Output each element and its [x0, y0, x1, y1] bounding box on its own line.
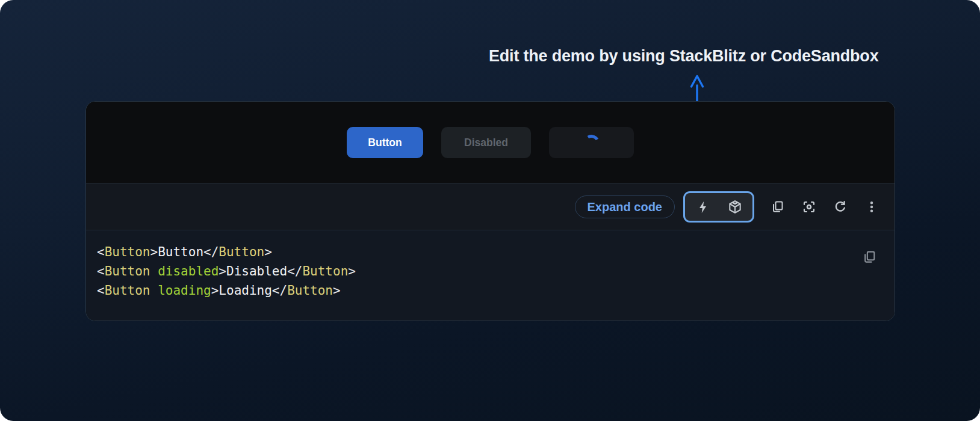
copy-code-icon[interactable] — [770, 199, 786, 215]
demo-panel: Button Disabled Expand code — [85, 101, 895, 321]
code-line: <Button disabled>Disabled</Button> — [97, 262, 895, 281]
demo-toolbar: Expand code — [86, 183, 895, 230]
standalone-scan-icon[interactable] — [801, 199, 817, 215]
loading-spinner-icon — [581, 133, 601, 153]
code-line: <Button>Button</Button> — [97, 242, 895, 262]
docs-dark-page: Edit the demo by using StackBlitz or Cod… — [0, 0, 980, 421]
annotation-text: Edit the demo by using StackBlitz or Cod… — [489, 47, 910, 66]
codesandbox-cube-icon[interactable] — [727, 199, 743, 215]
demo-primary-button[interactable]: Button — [347, 127, 423, 158]
code-block: <Button>Button</Button><Button disabled>… — [86, 230, 895, 321]
demo-preview-area: Button Disabled — [86, 102, 895, 183]
stackblitz-bolt-icon[interactable] — [695, 199, 710, 215]
code-lines: <Button>Button</Button><Button disabled>… — [97, 242, 895, 300]
editor-icon-group — [683, 191, 754, 223]
demo-disabled-button: Disabled — [441, 127, 531, 158]
code-line: <Button loading>Loading</Button> — [97, 281, 895, 300]
code-copy-icon[interactable] — [861, 249, 877, 265]
more-vertical-icon[interactable] — [864, 199, 879, 215]
refresh-icon[interactable] — [833, 199, 848, 215]
expand-code-button[interactable]: Expand code — [575, 195, 675, 218]
demo-loading-button[interactable] — [549, 127, 634, 158]
